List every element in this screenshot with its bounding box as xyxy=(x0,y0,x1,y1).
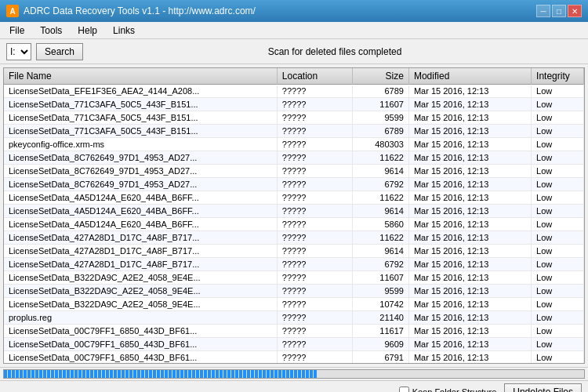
progress-segment xyxy=(16,370,19,378)
table-row[interactable]: LicenseSetData_4A5D124A_E620_44BA_B6FF..… xyxy=(4,191,584,205)
progress-segment xyxy=(255,370,258,378)
progress-segment xyxy=(212,370,215,378)
table-row[interactable]: LicenseSetData_8C762649_97D1_4953_AD27..… xyxy=(4,165,584,178)
progress-segment xyxy=(223,370,227,378)
drive-select[interactable]: I: C: D: xyxy=(6,43,31,60)
progress-segment xyxy=(39,370,42,378)
progress-segment xyxy=(122,370,125,378)
progress-segment xyxy=(141,370,144,378)
table-row[interactable]: LicenseSetData_771C3AFA_50C5_443F_B151..… xyxy=(4,125,584,138)
table-row[interactable]: LicenseSetData_8C762649_97D1_4953_AD27..… xyxy=(4,151,584,165)
table-row[interactable]: LicenseSetData_4A5D124A_E620_44BA_B6FF..… xyxy=(4,205,584,218)
progress-segment xyxy=(82,370,85,378)
keep-folder-structure-label[interactable]: Keep Folder Structure xyxy=(399,387,497,392)
progress-segment xyxy=(106,370,109,378)
toolbar: I: C: D: Search Scan for deleted files c… xyxy=(0,39,588,64)
progress-segment xyxy=(86,370,89,378)
keep-folder-structure-checkbox[interactable] xyxy=(399,387,409,392)
progress-segment xyxy=(94,370,97,378)
progress-segment xyxy=(216,370,219,378)
minimize-button[interactable]: ─ xyxy=(536,5,550,17)
progress-segment xyxy=(110,370,113,378)
table-row[interactable]: LicenseSetData_8C762649_97D1_4953_AD27..… xyxy=(4,178,584,191)
table-row[interactable]: LicenseSetData_771C3AFA_50C5_443F_B151..… xyxy=(4,98,584,111)
table-row[interactable]: LicenseSetData_4A5D124A_E620_44BA_B6FF..… xyxy=(4,218,584,231)
progress-segment xyxy=(176,370,180,378)
progress-segment xyxy=(259,370,262,378)
progress-segment xyxy=(27,370,31,378)
col-header-integrity[interactable]: Integrity xyxy=(532,68,584,85)
table-row[interactable]: LicenseSetData_EFE1F3E6_AEA2_4144_A208..… xyxy=(4,85,584,98)
progress-segment xyxy=(165,370,168,378)
menu-help[interactable]: Help xyxy=(74,24,100,37)
progress-segment xyxy=(231,370,234,378)
col-header-filename[interactable]: File Name xyxy=(4,68,277,85)
progress-segment xyxy=(31,370,34,378)
progress-segment xyxy=(251,370,254,378)
table-row[interactable]: LicenseSetData_B322DA9C_A2E2_4058_9E4E..… xyxy=(4,285,584,298)
menu-links[interactable]: Links xyxy=(110,24,138,37)
progress-segment xyxy=(149,370,152,378)
table-row[interactable]: LicenseSetData_00C79FF1_6850_443D_BF61..… xyxy=(4,325,584,338)
table-row[interactable]: pkeyconfig-office.xrm-ms?????480303Mar 1… xyxy=(4,138,584,151)
undelete-files-button[interactable]: Undelete Files xyxy=(504,383,582,393)
progress-segment xyxy=(184,370,187,378)
table-row[interactable]: LicenseSetData_B322DA9C_A2E2_4058_9E4E..… xyxy=(4,271,584,285)
progress-segment xyxy=(145,370,148,378)
status-text: Scan for deleted files completed xyxy=(88,46,582,57)
file-table: File Name Location Size Modified Integri… xyxy=(4,68,584,364)
progress-segment xyxy=(282,370,285,378)
progress-segment xyxy=(247,370,250,378)
progress-segment xyxy=(180,370,183,378)
progress-segment xyxy=(196,370,199,378)
progress-segment xyxy=(102,370,105,378)
title-bar-left: A ADRC Data Recovery Tools v1.1 - http:/… xyxy=(6,5,256,17)
maximize-button[interactable]: □ xyxy=(552,5,566,17)
progress-segment xyxy=(161,370,164,378)
progress-segment xyxy=(169,370,172,378)
table-row[interactable]: proplus.reg?????21140Mar 15 2016, 12:13L… xyxy=(4,311,584,325)
table-header-row: File Name Location Size Modified Integri… xyxy=(4,68,584,85)
col-header-size[interactable]: Size xyxy=(352,68,408,85)
table-row[interactable]: LicenseSetData_00C79FF1_6850_443D_BF61..… xyxy=(4,338,584,351)
progress-segment xyxy=(263,370,266,378)
col-header-location[interactable]: Location xyxy=(277,68,352,85)
progress-segment xyxy=(4,370,7,378)
progress-segment xyxy=(267,370,270,378)
search-button[interactable]: Search xyxy=(36,43,83,60)
table-row[interactable]: LicenseSetData_771C3AFA_50C5_443F_B151..… xyxy=(4,111,584,125)
table-row[interactable]: LicenseSetData_427A28D1_D17C_4A8F_B717..… xyxy=(4,245,584,258)
progress-segment xyxy=(278,370,281,378)
file-table-container[interactable]: File Name Location Size Modified Integri… xyxy=(3,67,585,364)
table-row[interactable]: LicenseSetData_427A28D1_D17C_4A8F_B717..… xyxy=(4,231,584,245)
progress-segment xyxy=(55,370,58,378)
progress-segment xyxy=(298,370,301,378)
window-controls: ─ □ ✕ xyxy=(536,5,582,17)
progress-segment xyxy=(74,370,78,378)
menu-file[interactable]: File xyxy=(6,24,27,37)
progress-segment xyxy=(114,370,117,378)
menu-tools[interactable]: Tools xyxy=(37,24,65,37)
progress-segment xyxy=(78,370,82,378)
progress-segment xyxy=(290,370,293,378)
table-row[interactable]: LicenseSetData_00C79FF1_6850_443D_BF61..… xyxy=(4,351,584,365)
progress-segment xyxy=(63,370,66,378)
progress-segment xyxy=(67,370,70,378)
progress-segment xyxy=(310,370,313,378)
progress-segment xyxy=(133,370,136,378)
title-bar: A ADRC Data Recovery Tools v1.1 - http:/… xyxy=(0,0,588,22)
progress-segment xyxy=(188,370,191,378)
progress-segment xyxy=(200,370,203,378)
progress-segment xyxy=(239,370,242,378)
col-header-modified[interactable]: Modified xyxy=(408,68,531,85)
bottom-bar: Keep Folder Structure Undelete Files xyxy=(0,380,588,392)
progress-segment xyxy=(24,370,27,378)
progress-segment xyxy=(12,370,15,378)
progress-segment xyxy=(314,370,317,378)
progress-segment xyxy=(8,370,11,378)
table-row[interactable]: LicenseSetData_B322DA9C_A2E2_4058_9E4E..… xyxy=(4,298,584,311)
table-row[interactable]: LicenseSetData_427A28D1_D17C_4A8F_B717..… xyxy=(4,258,584,271)
progress-segment xyxy=(235,370,238,378)
menu-bar: File Tools Help Links xyxy=(0,22,588,39)
close-button[interactable]: ✕ xyxy=(568,5,582,17)
